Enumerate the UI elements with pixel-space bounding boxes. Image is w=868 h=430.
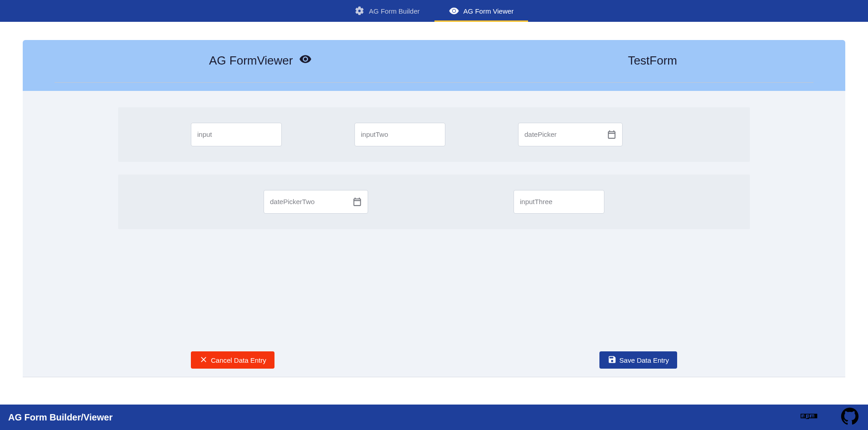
calendar-icon[interactable] bbox=[351, 195, 364, 208]
tab-builder-label: AG Form Builder bbox=[369, 7, 420, 15]
card-header: AG FormViewer TestForm bbox=[23, 40, 845, 91]
save-button[interactable]: Save Data Entry bbox=[599, 351, 677, 369]
field-inputThree: inputThree bbox=[514, 190, 604, 214]
close-icon bbox=[199, 355, 208, 365]
input-field-inputThree[interactable] bbox=[514, 190, 604, 214]
field-inputTwo: inputTwo bbox=[354, 123, 445, 146]
brand: AG Form Builder/Viewer bbox=[8, 412, 113, 423]
tab-viewer-label: AG Form Viewer bbox=[464, 7, 514, 15]
actions: Cancel Data Entry Save Data Entry bbox=[23, 351, 845, 377]
tab-viewer[interactable]: AG Form Viewer bbox=[434, 0, 529, 22]
github-icon[interactable] bbox=[841, 407, 859, 427]
calendar-icon[interactable] bbox=[605, 128, 618, 141]
card-title-text: AG FormViewer bbox=[209, 54, 293, 68]
form-area: input inputTwo datePicker bbox=[23, 91, 845, 351]
eye-icon bbox=[449, 6, 459, 16]
form-name: TestForm bbox=[628, 54, 677, 68]
divider bbox=[23, 377, 845, 377]
cancel-label: Cancel Data Entry bbox=[211, 356, 266, 364]
save-icon bbox=[608, 355, 617, 365]
cancel-button[interactable]: Cancel Data Entry bbox=[191, 351, 274, 369]
card-title: AG FormViewer bbox=[209, 53, 312, 69]
field-row: datePickerTwo inputThree bbox=[118, 175, 750, 229]
page: AG FormViewer TestForm input inputTwo bbox=[0, 22, 868, 377]
save-label: Save Data Entry bbox=[619, 356, 669, 364]
gear-icon bbox=[354, 6, 364, 16]
field-datePickerTwo: datePickerTwo bbox=[264, 190, 368, 214]
eye-icon bbox=[299, 53, 312, 69]
form-card: AG FormViewer TestForm input inputTwo bbox=[23, 40, 845, 377]
npm-icon[interactable] bbox=[800, 407, 818, 427]
field-input: input bbox=[191, 123, 282, 146]
divider bbox=[55, 82, 813, 83]
field-datePicker: datePicker bbox=[518, 123, 623, 146]
tab-builder[interactable]: AG Form Builder bbox=[340, 0, 434, 22]
footer: AG Form Builder/Viewer bbox=[0, 405, 868, 430]
input-field-input[interactable] bbox=[191, 123, 282, 146]
input-field-inputTwo[interactable] bbox=[354, 123, 445, 146]
field-row: input inputTwo datePicker bbox=[118, 107, 750, 162]
topbar: AG Form Builder AG Form Viewer bbox=[0, 0, 868, 22]
